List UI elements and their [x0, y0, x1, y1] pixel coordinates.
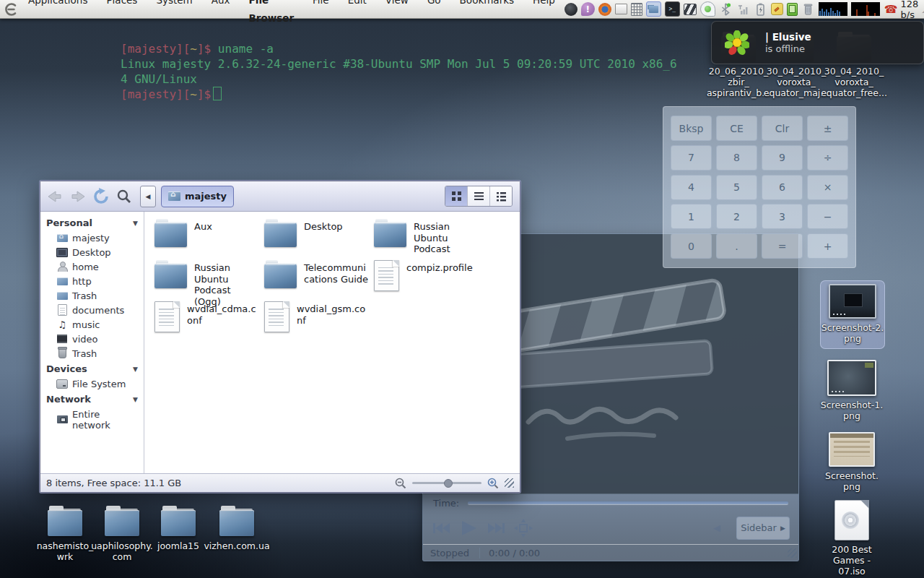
chat-icon[interactable] — [700, 1, 715, 17]
menu-file-browser[interactable]: File Browser — [240, 0, 304, 27]
signal-icon[interactable] — [736, 2, 750, 16]
calc-button-1[interactable]: 1 — [671, 204, 712, 229]
chevron-down-icon[interactable]: ▼ — [133, 366, 138, 373]
desktop-icon-nashemisto-wrk[interactable]: nashemisto_ wrk — [35, 510, 95, 562]
sidebar-item-home[interactable]: home — [40, 259, 144, 274]
menu-system[interactable]: System — [147, 0, 201, 27]
zoom-in-icon[interactable] — [487, 478, 499, 489]
menu-go[interactable]: Go — [418, 0, 450, 27]
menu-help[interactable]: Help — [523, 0, 565, 27]
sidebar-item-music[interactable]: ♫music — [40, 317, 144, 332]
calculator-icon[interactable] — [631, 3, 642, 16]
back-button[interactable] — [45, 186, 65, 207]
time-slider[interactable] — [468, 501, 788, 504]
bluetooth-icon[interactable] — [719, 2, 733, 16]
terminal-window[interactable]: [majesty][~]$ uname -aLinux majesty 2.6.… — [121, 41, 720, 102]
desktop-icon-screenshot-2-png[interactable]: Screenshot-2. png — [820, 280, 885, 349]
chevron-down-icon[interactable]: ▼ — [133, 220, 138, 227]
file-manager-icon[interactable] — [646, 1, 661, 17]
path-button-majesty[interactable]: majesty — [161, 186, 234, 207]
file-item-wvdial-gsm-conf[interactable]: wvdial_gsm.conf — [264, 301, 370, 332]
next-button[interactable] — [487, 521, 505, 535]
file-item-desktop[interactable]: Desktop — [264, 219, 370, 247]
previous-button[interactable] — [432, 521, 450, 535]
sidebar-item-http[interactable]: http — [40, 274, 144, 288]
calc-button-[interactable]: = — [762, 233, 803, 259]
resize-grip[interactable] — [788, 548, 797, 558]
calc-button-clr[interactable]: Clr — [762, 116, 803, 141]
calc-button-[interactable]: × — [807, 175, 848, 200]
sidebar-section-personal[interactable]: Personal▼ — [40, 215, 144, 230]
file-list-area[interactable]: AuxDesktopRussian Ubuntu PodcastRussian … — [144, 212, 520, 473]
menu-edit[interactable]: Edit — [339, 0, 376, 27]
file-item-aux[interactable]: Aux — [154, 219, 260, 247]
compact-view-button[interactable] — [489, 186, 512, 206]
net-graph-icon[interactable] — [851, 2, 880, 16]
file-item-russian-ubuntu-podcast-ogg[interactable]: Russian Ubuntu Podcast (Ogg) — [154, 260, 260, 307]
calc-button-5[interactable]: 5 — [716, 175, 757, 200]
menu-places[interactable]: Places — [97, 0, 147, 27]
search-button[interactable] — [114, 186, 134, 207]
resize-grip[interactable] — [505, 478, 514, 488]
terminal-icon[interactable]: >_ — [665, 1, 680, 17]
file-item-russian-ubuntu-podcast[interactable]: Russian Ubuntu Podcast — [374, 219, 479, 255]
enlightenment-e-logo-icon[interactable] — [4, 1, 19, 17]
sidebar-section-devices[interactable]: Devices▼ — [40, 361, 144, 376]
list-view-button[interactable] — [467, 186, 489, 206]
cpu-graph-icon[interactable] — [819, 2, 847, 16]
app-swirl-icon[interactable] — [565, 3, 578, 16]
sidebar-item-trash[interactable]: Trash — [40, 288, 144, 303]
menu-file[interactable]: File — [303, 0, 339, 27]
sidebar-item-video[interactable]: video — [40, 332, 144, 346]
calc-button-4[interactable]: 4 — [671, 175, 712, 200]
zoom-out-icon[interactable] — [395, 478, 406, 489]
sidebar-item-majesty[interactable]: majesty — [40, 230, 144, 245]
trash-icon[interactable] — [801, 2, 815, 16]
calc-button-[interactable]: + — [807, 233, 848, 259]
calc-button-ce[interactable]: CE — [716, 116, 757, 141]
menu-view[interactable]: View — [376, 0, 418, 27]
sidebar-item-entire-network[interactable]: Entire network — [40, 407, 144, 432]
calc-button-[interactable]: . — [716, 233, 757, 259]
menu-aux[interactable]: Aux — [202, 0, 240, 27]
calc-button-[interactable]: − — [807, 204, 848, 229]
notes-icon[interactable] — [771, 3, 783, 15]
window-icon[interactable] — [615, 4, 627, 14]
sidebar-section-network[interactable]: Network▼ — [40, 391, 144, 407]
file-item-compiz-profile[interactable]: compiz.profile — [374, 260, 479, 291]
calc-button-8[interactable]: 8 — [716, 145, 757, 171]
memory-icon[interactable] — [787, 3, 798, 16]
media-player-icon[interactable] — [684, 4, 697, 15]
sidebar-button[interactable]: Sidebar ▶ — [736, 517, 790, 540]
menu-bookmarks[interactable]: Bookmarks — [450, 0, 523, 27]
messenger-icon[interactable]: ! — [581, 2, 595, 16]
calc-button-3[interactable]: 3 — [762, 204, 803, 229]
path-collapse-button[interactable]: ◀ — [140, 186, 156, 207]
file-item-wvdial-cdma-conf[interactable]: wvdial_cdma.conf — [154, 301, 260, 332]
fullscreen-button[interactable] — [514, 519, 533, 538]
desktop-icon-screenshot-1-png[interactable]: Screenshot-1. png — [820, 357, 884, 426]
calc-button-7[interactable]: 7 — [671, 145, 712, 171]
calc-button-0[interactable]: 0 — [671, 233, 712, 259]
calc-button-[interactable]: ± — [807, 116, 848, 141]
calc-button-6[interactable]: 6 — [762, 175, 803, 200]
calc-button-bksp[interactable]: Bksp — [671, 116, 712, 141]
chevron-down-icon[interactable]: ▼ — [133, 396, 138, 403]
sidebar-item-trash[interactable]: Trash — [40, 346, 144, 361]
desktop-icon-vizhen-com-ua[interactable]: vizhen.com.ua — [202, 510, 271, 551]
zoom-slider[interactable] — [412, 482, 481, 484]
desktop-icon-uaphilosophy-com[interactable]: uaphilosophy. com — [91, 510, 153, 562]
play-button[interactable] — [459, 519, 478, 537]
sidebar-item-desktop[interactable]: Desktop — [40, 245, 144, 259]
desktop-icon-joomla15[interactable]: joomla15 — [149, 510, 208, 551]
calc-button-9[interactable]: 9 — [762, 145, 803, 171]
icon-view-button[interactable] — [445, 186, 467, 206]
notification-popup[interactable]: | Elusive is offline — [711, 21, 924, 64]
refresh-button[interactable] — [91, 186, 111, 207]
menu-applications[interactable]: Applications — [19, 0, 97, 27]
sidebar-item-file-system[interactable]: File System — [40, 376, 144, 391]
desktop-icon-200-best-games-07-iso[interactable]: 200 Best Games - 07.iso — [820, 497, 884, 578]
battery-icon[interactable] — [754, 2, 767, 16]
zoom-slider-knob[interactable] — [444, 479, 453, 488]
forward-button[interactable] — [68, 186, 88, 207]
